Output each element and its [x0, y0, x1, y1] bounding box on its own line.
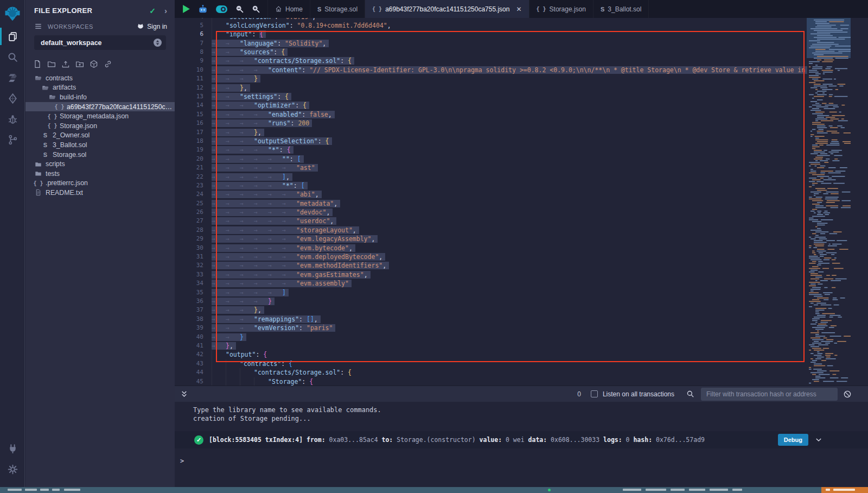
code-line-27[interactable]: →→→→→→"userdoc", [212, 217, 807, 225]
tree-item-storage-sol[interactable]: SStorage.sol [25, 150, 175, 160]
theme-toggle-icon[interactable] [215, 5, 228, 14]
code-line-42[interactable]: ·"output": { [212, 350, 807, 359]
tree-item-artifacts[interactable]: artifacts [25, 83, 175, 93]
upload-folder-icon[interactable] [75, 60, 84, 68]
tree-item-2-owner-sol[interactable]: S2_Owner.sol [25, 131, 175, 141]
minimap[interactable] [807, 18, 851, 385]
tab-home[interactable]: Home [267, 0, 310, 18]
tree-item-a69b43f277ba20fcac141151250ca7-[interactable]: { }a69b43f277ba20fcac141151250ca7... [25, 102, 175, 112]
code-line-41[interactable]: →}, [212, 342, 807, 350]
collapse-terminal-icon[interactable] [180, 390, 188, 398]
run-script-icon[interactable] [182, 4, 190, 14]
code-line-39[interactable]: →→→"evmVersion": "paris" [212, 324, 807, 332]
code-line-22[interactable]: →→→→→], [212, 173, 807, 181]
tree-item-storage-json[interactable]: { }Storage.json [25, 121, 175, 131]
cube-icon[interactable] [90, 60, 98, 68]
upload-file-icon[interactable] [61, 60, 70, 68]
code-line-26[interactable]: →→→→→→"devdoc", [212, 208, 807, 217]
code-line-40[interactable]: →→} [212, 333, 807, 342]
link-icon[interactable] [104, 60, 112, 68]
code-line-45[interactable]: ····"Storage": { [212, 377, 807, 385]
hamburger-icon[interactable] [34, 22, 42, 30]
code-line-36[interactable]: →→→→} [212, 297, 807, 306]
terminal-prompt[interactable]: > [175, 457, 868, 465]
new-folder-icon[interactable] [47, 60, 56, 68]
code-line-5[interactable]: ·"solcLongVersion": "0.8.19+commit.7dd6d… [212, 21, 807, 30]
tab-storage-sol[interactable]: SStorage.sol [310, 0, 365, 18]
tree-item-tests[interactable]: tests [25, 169, 175, 179]
code-line-14[interactable]: →→→"optimizer": { [212, 101, 807, 110]
tab-a69b43f277ba20fcac141151250ca755-json[interactable]: { }a69b43f277ba20fcac141151250ca755.json… [365, 0, 529, 18]
code-line-31[interactable]: →→→→→→"evm.deployedBytecode", [212, 252, 807, 261]
debugger-icon[interactable] [0, 109, 25, 129]
code-line-18[interactable]: →→→"outputSelection": { [212, 137, 807, 146]
code-line-34[interactable]: →→→→→→"evm.assembly" [212, 279, 807, 288]
code-line-19[interactable]: →→→→"*": { [212, 146, 807, 154]
code-line-6[interactable]: ·"input": { [212, 30, 807, 39]
code-line-12[interactable]: →→}, [212, 84, 807, 92]
code-line-11[interactable]: →→→} [212, 74, 807, 83]
code-line-21[interactable]: →→→→→→"ast" [212, 163, 807, 172]
file-explorer-icon[interactable] [0, 26, 25, 47]
code-editor[interactable]: 4567891011121314151617181920212223242526… [175, 18, 868, 385]
code-line-7[interactable]: →→"language": "Solidity", [212, 39, 807, 48]
code-line-9[interactable]: →→→"contracts/Storage.sol": { [212, 56, 807, 65]
code-line-30[interactable]: →→→→→→"evm.bytecode", [212, 244, 807, 252]
code-line-44[interactable]: ···"contracts/Storage.sol": { [212, 368, 807, 377]
code-line-15[interactable]: →→→→"enabled": false, [212, 110, 807, 119]
code-line-33[interactable]: →→→→→→"evm.gasEstimates", [212, 270, 807, 279]
tree-item-build-info[interactable]: build-info [25, 92, 175, 102]
token: } [254, 75, 258, 83]
tab-storage-json[interactable]: { }Storage.json [529, 0, 593, 18]
workspace-dropdown[interactable]: default_workspace [34, 35, 166, 50]
transaction-filter-input[interactable] [701, 388, 838, 401]
code-line-17[interactable]: →→→}, [212, 128, 807, 137]
transaction-log-row[interactable]: ✓ [block:5583405 txIndex:4] from: 0xa03.… [175, 431, 868, 448]
code-line-38[interactable]: →→→"remappings": [], [212, 315, 807, 324]
search-icon[interactable] [686, 390, 694, 398]
close-tab-icon[interactable]: ✕ [516, 5, 521, 13]
tab-3-ballot-sol[interactable]: S3_Ballot.sol [593, 0, 649, 18]
sign-in-button[interactable]: Sign in [137, 23, 167, 30]
new-file-icon[interactable] [33, 60, 42, 68]
code-line-16[interactable]: →→→→"runs": 200 [212, 119, 807, 128]
chevron-right-icon[interactable]: › [164, 6, 167, 15]
tree-item-scripts[interactable]: scripts [25, 159, 175, 169]
status-alert-segment[interactable] [821, 487, 868, 493]
code-line-24[interactable]: →→→→→→"abi", [212, 190, 807, 199]
listen-all-checkbox[interactable] [591, 390, 598, 397]
search-icon[interactable] [0, 47, 25, 67]
solidity-compiler-icon[interactable] [0, 67, 25, 88]
tree-item-3-ballot-sol[interactable]: S3_Ballot.sol [25, 140, 175, 150]
expand-transaction-icon[interactable] [815, 436, 822, 444]
code-line-25[interactable]: →→→→→→"metadata", [212, 199, 807, 208]
code-line-8[interactable]: →→"sources": { [212, 48, 807, 56]
tree-item-contracts[interactable]: contracts [25, 73, 175, 83]
code-line-10[interactable]: →→→→"content": "// SPDX-License-Identifi… [212, 66, 807, 74]
tree-item--prettierrc-json[interactable]: { }.prettierrc.json [25, 179, 175, 188]
code-line-32[interactable]: →→→→→→"evm.methodIdentifiers", [212, 261, 807, 270]
code-line-20[interactable]: →→→→→"": [ [212, 155, 807, 163]
selection: →→"language": "Solidity", [212, 40, 329, 47]
ai-robot-icon[interactable] [197, 4, 208, 14]
code-line-37[interactable]: →→→}, [212, 306, 807, 314]
code-line-23[interactable]: →→→→→"*": [ [212, 181, 807, 190]
deploy-run-icon[interactable] [0, 88, 25, 109]
git-branch-icon[interactable] [0, 129, 25, 150]
code-line-13[interactable]: →→"settings": { [212, 92, 807, 101]
code-area[interactable]: ·"solcVersion": "0.8.19",·"solcLongVersi… [212, 18, 807, 385]
settings-icon[interactable] [0, 459, 25, 479]
tree-item-readme-txt[interactable]: README.txt [25, 188, 175, 198]
code-line-28[interactable]: →→→→→→"storageLayout", [212, 226, 807, 235]
code-line-35[interactable]: →→→→→] [212, 288, 807, 297]
remix-logo-icon[interactable] [0, 0, 25, 26]
tree-item-storage-metadata-json[interactable]: { }Storage_metadata.json [25, 111, 175, 121]
token: { [303, 102, 307, 109]
plugin-manager-icon[interactable] [0, 438, 25, 459]
clear-terminal-icon[interactable] [843, 390, 852, 399]
code-line-29[interactable]: →→→→→→"evm.legacyAssembly", [212, 235, 807, 243]
code-line-43[interactable]: ··"contracts": { [212, 359, 807, 368]
zoom-in-icon[interactable] [251, 4, 260, 14]
zoom-out-icon[interactable] [235, 4, 244, 14]
debug-button[interactable]: Debug [778, 434, 808, 446]
